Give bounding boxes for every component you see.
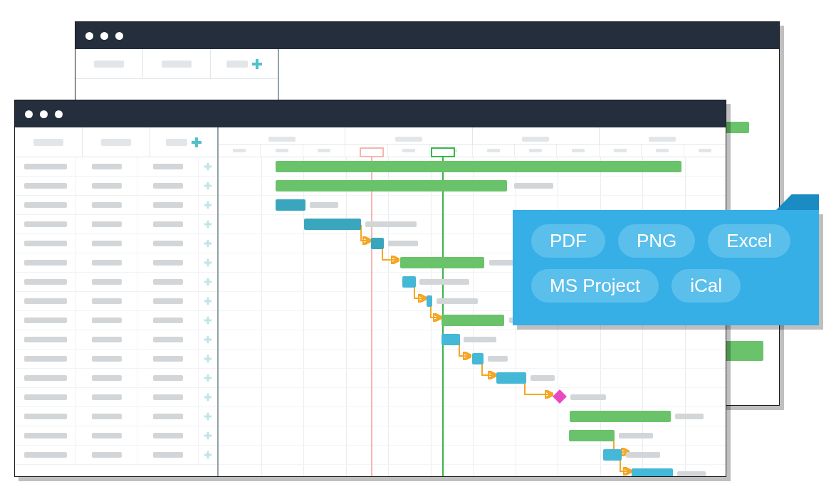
- timeline-day-header[interactable]: [600, 145, 642, 157]
- task-row[interactable]: [15, 177, 217, 196]
- task-cell[interactable]: [76, 350, 137, 368]
- task-row[interactable]: [15, 234, 217, 253]
- task-cell[interactable]: [76, 253, 137, 272]
- task-row[interactable]: [15, 196, 217, 215]
- window-control-dot[interactable]: [40, 110, 48, 118]
- marker-head[interactable]: [431, 147, 455, 157]
- task-cell[interactable]: [137, 350, 199, 368]
- export-msproject-button[interactable]: MS Project: [531, 269, 659, 303]
- task-cell[interactable]: [137, 311, 199, 330]
- task-cell[interactable]: [15, 157, 76, 176]
- task-cell[interactable]: [15, 350, 76, 368]
- gantt-bar[interactable]: [371, 238, 384, 249]
- add-task-button[interactable]: [199, 330, 217, 349]
- task-cell[interactable]: [15, 215, 76, 233]
- add-task-button[interactable]: [199, 350, 217, 368]
- column-header[interactable]: [75, 49, 143, 78]
- task-cell[interactable]: [137, 426, 199, 445]
- column-header[interactable]: [143, 49, 211, 78]
- window-control-dot[interactable]: [85, 32, 93, 40]
- gantt-bar[interactable]: [496, 372, 526, 384]
- gantt-bar[interactable]: [276, 199, 305, 211]
- task-cell[interactable]: [76, 388, 137, 406]
- gantt-bar[interactable]: [276, 161, 681, 172]
- gantt-bar[interactable]: [400, 257, 484, 268]
- task-cell[interactable]: [76, 292, 137, 310]
- gantt-bar[interactable]: [569, 430, 615, 441]
- timeline-day-header[interactable]: [642, 145, 684, 157]
- add-task-button[interactable]: [199, 446, 217, 464]
- marker-head[interactable]: [360, 147, 384, 157]
- task-row[interactable]: [15, 350, 217, 369]
- task-cell[interactable]: [15, 446, 76, 464]
- task-cell[interactable]: [76, 177, 137, 195]
- task-cell[interactable]: [15, 234, 76, 253]
- task-cell[interactable]: [76, 407, 137, 426]
- gantt-bar[interactable]: [603, 449, 622, 461]
- task-cell[interactable]: [137, 446, 199, 464]
- task-row[interactable]: [15, 215, 217, 234]
- task-cell[interactable]: [15, 330, 76, 349]
- task-cell[interactable]: [15, 388, 76, 406]
- task-cell[interactable]: [76, 369, 137, 387]
- task-cell[interactable]: [76, 196, 137, 214]
- task-cell[interactable]: [15, 253, 76, 272]
- task-row[interactable]: [15, 446, 217, 465]
- task-cell[interactable]: [76, 234, 137, 253]
- add-task-button[interactable]: [199, 311, 217, 330]
- task-cell[interactable]: [137, 407, 199, 426]
- add-task-button[interactable]: [199, 273, 217, 291]
- export-png-button[interactable]: PNG: [618, 224, 695, 258]
- timeline-day-header[interactable]: [261, 145, 303, 157]
- window-control-dot[interactable]: [25, 110, 33, 118]
- gantt-bar[interactable]: [570, 411, 671, 422]
- task-cell[interactable]: [76, 446, 137, 464]
- timeline-day-header[interactable]: [473, 145, 515, 157]
- timeline-day-header[interactable]: [684, 145, 726, 157]
- task-cell[interactable]: [137, 177, 199, 195]
- task-row[interactable]: [15, 388, 217, 407]
- gantt-bar[interactable]: [441, 315, 504, 326]
- task-cell[interactable]: [137, 388, 199, 406]
- gantt-bar[interactable]: [402, 276, 416, 288]
- add-task-button[interactable]: [199, 234, 217, 253]
- export-ical-button[interactable]: iCal: [672, 269, 741, 303]
- task-cell[interactable]: [76, 215, 137, 233]
- timeline-day-header[interactable]: [557, 145, 599, 157]
- timeline-day-header[interactable]: [303, 145, 345, 157]
- task-row[interactable]: [15, 407, 217, 426]
- task-cell[interactable]: [137, 215, 199, 233]
- timeline-day-header[interactable]: [219, 145, 261, 157]
- task-cell[interactable]: [15, 273, 76, 291]
- task-row[interactable]: [15, 311, 217, 330]
- add-task-button[interactable]: [199, 253, 217, 272]
- add-task-button[interactable]: [199, 426, 217, 445]
- task-cell[interactable]: [76, 157, 137, 176]
- task-cell[interactable]: [137, 369, 199, 387]
- export-pdf-button[interactable]: PDF: [531, 224, 605, 258]
- task-cell[interactable]: [137, 234, 199, 253]
- add-task-button[interactable]: [199, 157, 217, 176]
- gantt-bar[interactable]: [427, 295, 432, 307]
- column-header[interactable]: [15, 127, 83, 157]
- gantt-bar[interactable]: [472, 353, 484, 364]
- task-row[interactable]: [15, 273, 217, 292]
- timeline-day-header[interactable]: [388, 145, 430, 157]
- add-task-button[interactable]: [199, 407, 217, 426]
- task-cell[interactable]: [137, 292, 199, 310]
- milestone-marker[interactable]: [553, 389, 567, 404]
- add-task-button[interactable]: [199, 292, 217, 310]
- task-cell[interactable]: [15, 407, 76, 426]
- gantt-bar[interactable]: [276, 180, 507, 191]
- add-column-button[interactable]: [211, 49, 278, 78]
- task-cell[interactable]: [137, 330, 199, 349]
- task-row[interactable]: [15, 292, 217, 311]
- window-control-dot[interactable]: [55, 110, 63, 118]
- task-cell[interactable]: [15, 311, 76, 330]
- task-cell[interactable]: [137, 273, 199, 291]
- add-task-button[interactable]: [199, 177, 217, 195]
- gantt-bar[interactable]: [632, 468, 673, 476]
- add-column-button[interactable]: [150, 127, 217, 157]
- task-cell[interactable]: [15, 426, 76, 445]
- task-cell[interactable]: [15, 196, 76, 214]
